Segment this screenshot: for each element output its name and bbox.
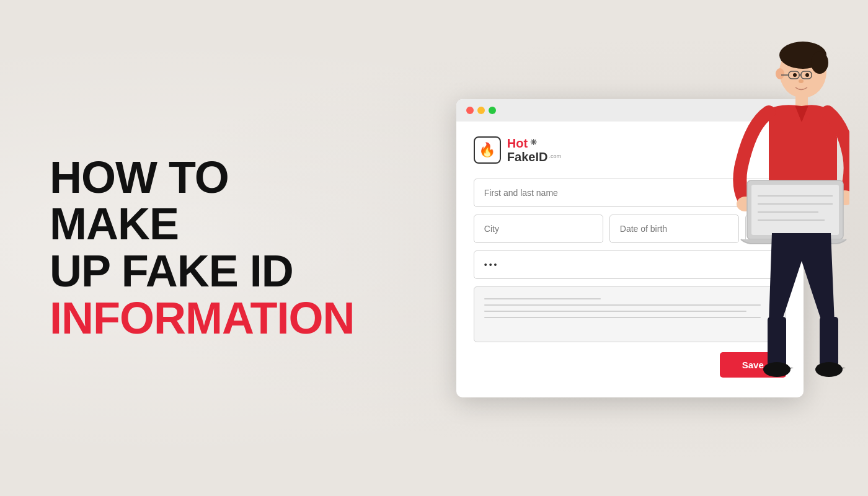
headline-line1: HOW TO MAKE [50, 154, 355, 248]
svg-point-3 [776, 68, 784, 79]
city-input[interactable] [474, 215, 603, 243]
headline-line2: UP FAKE ID [50, 248, 355, 295]
dot-red[interactable] [466, 107, 474, 114]
textarea-line-short [484, 298, 601, 299]
textarea-line-medium [484, 311, 746, 312]
svg-rect-15 [751, 185, 839, 235]
svg-point-5 [805, 73, 809, 77]
svg-rect-22 [820, 317, 838, 366]
flame-icon: 🔥 [479, 142, 495, 158]
dot-green[interactable] [489, 107, 496, 114]
person-svg [713, 13, 849, 397]
headline-line3: INFORMATION [50, 295, 355, 342]
page-container: HOW TO MAKE UP FAKE ID INFORMATION 🔥 [0, 0, 868, 496]
svg-point-10 [799, 79, 804, 83]
logo-text: Hot ✳ FakeID.com [507, 136, 561, 164]
svg-rect-20 [768, 317, 786, 366]
right-section: 🔥 Hot ✳ FakeID.com [392, 99, 868, 397]
dot-yellow[interactable] [477, 107, 485, 114]
svg-point-4 [793, 73, 797, 77]
logo-asterisk: ✳ [530, 138, 537, 147]
svg-point-2 [811, 51, 828, 74]
logo-fakeid: FakeID.com [507, 150, 561, 164]
headline: HOW TO MAKE UP FAKE ID INFORMATION [50, 154, 355, 342]
logo-com: .com [549, 154, 561, 160]
left-section: HOW TO MAKE UP FAKE ID INFORMATION [0, 117, 392, 379]
logo-hot: Hot ✳ [507, 136, 561, 150]
person-illustration [713, 13, 849, 397]
logo-icon: 🔥 [474, 136, 501, 164]
